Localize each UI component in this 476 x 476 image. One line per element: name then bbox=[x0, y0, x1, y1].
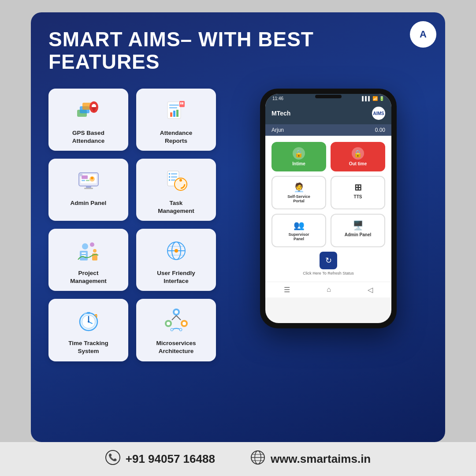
phone-time: 11:46 bbox=[272, 96, 283, 101]
svg-rect-38 bbox=[82, 253, 86, 254]
admin-panel-label: Admin Panel bbox=[345, 232, 372, 237]
svg-rect-53 bbox=[87, 312, 90, 314]
svg-rect-22 bbox=[86, 186, 91, 188]
svg-point-36 bbox=[90, 242, 94, 247]
micro-icon bbox=[162, 307, 190, 335]
admin-icon bbox=[74, 167, 103, 195]
svg-rect-11 bbox=[176, 110, 178, 117]
phone-subheader: Arjun 0.00 bbox=[265, 124, 391, 136]
svg-rect-23 bbox=[84, 188, 93, 189]
phone-mockup: 11:46 ▌▌▌ 📶 🔋 MTech AIMS bbox=[260, 89, 397, 328]
supervisor-admin-row: 👥 SupervisorPanel 🖥️ Admin Panel bbox=[271, 214, 385, 247]
svg-point-40 bbox=[93, 249, 97, 253]
feature-label-ux: User FriendlyInterface bbox=[157, 269, 195, 285]
task-icon bbox=[162, 167, 190, 195]
ux-icon bbox=[162, 237, 190, 265]
svg-rect-24 bbox=[80, 174, 82, 176]
svg-point-62 bbox=[182, 322, 186, 325]
svg-point-63 bbox=[171, 328, 173, 331]
svg-point-21 bbox=[91, 177, 93, 179]
svg-rect-29 bbox=[171, 176, 177, 178]
nav-back-icon[interactable]: ◁ bbox=[368, 286, 373, 294]
feature-label-project: ProjectManagement bbox=[70, 269, 107, 285]
feature-label-gps: GPS BasedAttendance bbox=[72, 129, 105, 145]
svg-rect-31 bbox=[171, 179, 175, 181]
svg-point-52 bbox=[88, 321, 89, 323]
portal-tts-row: 🧑‍💼 Self-ServicePortal ⊞ TTS bbox=[271, 176, 385, 209]
phone-screen: 11:46 ▌▌▌ 📶 🔋 MTech AIMS bbox=[265, 94, 391, 323]
feature-label-admin: Admin Panel bbox=[71, 199, 107, 207]
refresh-button[interactable]: ↻ bbox=[320, 252, 337, 269]
time-icon bbox=[74, 307, 103, 335]
feature-card-reports: AttendanceReports bbox=[136, 89, 216, 151]
svg-point-35 bbox=[82, 243, 88, 249]
self-service-button[interactable]: 🧑‍💼 Self-ServicePortal bbox=[271, 176, 326, 209]
phone-outer: 11:46 ▌▌▌ 📶 🔋 MTech AIMS bbox=[260, 89, 397, 328]
svg-rect-17 bbox=[82, 175, 88, 179]
feature-card-micro: MicroservicesArchitecture bbox=[136, 299, 216, 361]
phone-icon: 📞 bbox=[105, 450, 120, 468]
website-url: www.smartaims.in bbox=[271, 452, 371, 466]
nav-menu-icon[interactable]: ☰ bbox=[284, 286, 290, 294]
footer: 📞 +91 94057 16488 www.smartaims.in bbox=[0, 442, 476, 476]
gps-icon bbox=[74, 97, 103, 125]
feature-label-reports: AttendanceReports bbox=[160, 129, 193, 145]
feature-card-gps: GPS BasedAttendance bbox=[48, 89, 128, 151]
phone-number: +91 94057 16488 bbox=[126, 452, 215, 466]
feature-label-time: Time TrackingSystem bbox=[68, 339, 108, 355]
svg-rect-7 bbox=[169, 104, 179, 106]
svg-rect-10 bbox=[173, 111, 175, 117]
refresh-area: ↻ Click Here To Refresh Status bbox=[271, 252, 385, 275]
svg-rect-9 bbox=[170, 112, 172, 117]
tts-button[interactable]: ⊞ TTS bbox=[331, 176, 385, 209]
globe-icon bbox=[250, 450, 265, 468]
outtime-label: Out time bbox=[349, 161, 367, 166]
project-icon bbox=[74, 237, 103, 265]
self-service-label: Self-ServicePortal bbox=[287, 194, 310, 203]
feature-card-task: TaskManagement bbox=[136, 159, 216, 221]
intime-outtime-row: 🔒 Intime 🔒 Out time bbox=[271, 142, 385, 171]
logo-letter: A bbox=[420, 29, 427, 40]
outtime-button[interactable]: 🔒 Out time bbox=[331, 142, 385, 171]
svg-rect-18 bbox=[82, 180, 85, 181]
feature-label-task: TaskManagement bbox=[158, 199, 194, 215]
svg-rect-26 bbox=[169, 173, 170, 175]
phone-balance: 0.00 bbox=[375, 127, 385, 133]
phone-wrapper: 11:46 ▌▌▌ 📶 🔋 MTech AIMS bbox=[229, 89, 428, 328]
svg-rect-30 bbox=[169, 179, 170, 181]
main-title: SMART AIMS– WITH BEST FEATURES bbox=[48, 28, 428, 73]
admin-panel-button[interactable]: 🖥️ Admin Panel bbox=[331, 214, 385, 247]
footer-website: www.smartaims.in bbox=[250, 450, 371, 468]
svg-line-59 bbox=[176, 316, 181, 320]
svg-point-64 bbox=[179, 328, 182, 331]
svg-rect-27 bbox=[171, 173, 177, 175]
feature-card-project: ProjectManagement bbox=[48, 229, 128, 291]
feature-card-time: Time TrackingSystem bbox=[48, 299, 128, 361]
refresh-text: Click Here To Refresh Status bbox=[303, 271, 353, 275]
intime-button[interactable]: 🔒 Intime bbox=[271, 142, 326, 171]
logo-circle: A bbox=[410, 21, 436, 48]
reports-icon bbox=[162, 97, 190, 125]
feature-card-ux: User FriendlyInterface bbox=[136, 229, 216, 291]
svg-rect-8 bbox=[169, 107, 177, 108]
phone-logo: AIMS bbox=[372, 107, 385, 120]
feature-label-micro: MicroservicesArchitecture bbox=[156, 339, 196, 355]
svg-point-60 bbox=[175, 310, 178, 314]
supervisor-button[interactable]: 👥 SupervisorPanel bbox=[271, 214, 326, 247]
intime-label: Intime bbox=[292, 161, 305, 166]
nav-home-icon[interactable]: ⌂ bbox=[327, 286, 331, 294]
footer-phone: 📞 +91 94057 16488 bbox=[105, 450, 215, 468]
svg-rect-19 bbox=[86, 180, 89, 181]
phone-user: Arjun bbox=[271, 127, 284, 133]
features-grid: GPS BasedAttendance bbox=[48, 89, 216, 361]
content-area: GPS BasedAttendance bbox=[48, 89, 428, 361]
svg-point-34 bbox=[179, 179, 182, 182]
outer-container: A SMART AIMS– WITH BEST FEATURES bbox=[0, 0, 476, 476]
svg-line-58 bbox=[172, 316, 176, 320]
svg-text:📞: 📞 bbox=[108, 453, 117, 461]
supervisor-label: SupervisorPanel bbox=[288, 232, 309, 241]
svg-rect-14 bbox=[182, 102, 183, 104]
svg-rect-28 bbox=[169, 176, 170, 178]
phone-company: MTech bbox=[271, 110, 290, 117]
phone-nav: ☰ ⌂ ◁ bbox=[265, 282, 391, 298]
